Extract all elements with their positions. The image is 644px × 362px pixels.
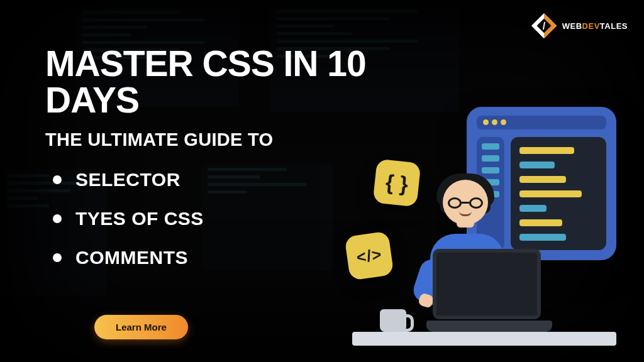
bullet-icon: [53, 253, 62, 262]
logo-wordmark: WEBDEVTALES: [562, 21, 628, 31]
feature-list: SELECTOR TYES OF CSS COMMENTS: [45, 169, 397, 268]
window-code-pane: [511, 137, 606, 250]
logo-text-dev: DEV: [582, 21, 600, 31]
list-item-label: SELECTOR: [75, 169, 180, 190]
svg-text:/: /: [543, 21, 546, 31]
page-subtitle: THE ULTIMATE GUIDE TO: [45, 129, 397, 150]
logo-text-web: WEB: [562, 21, 582, 31]
desk-surface: [352, 332, 616, 346]
list-item-label: TYES OF CSS: [75, 208, 204, 229]
hero-illustration: { } </>: [352, 107, 616, 346]
learn-more-button[interactable]: Learn More: [94, 315, 188, 339]
chip-glyph: </>: [355, 244, 384, 267]
laptop-icon: [426, 249, 552, 332]
list-item-label: COMMENTS: [75, 247, 188, 268]
logo-mark-icon: /: [530, 11, 558, 40]
logo-text-tales: TALES: [600, 21, 628, 31]
list-item: TYES OF CSS: [45, 208, 397, 229]
curly-braces-icon: { }: [373, 159, 421, 207]
page-title: MASTER CSS IN 10 DAYS: [45, 45, 397, 118]
code-tag-icon: </>: [344, 231, 394, 280]
chip-glyph: { }: [384, 170, 409, 197]
bullet-icon: [53, 214, 62, 223]
window-titlebar: [477, 116, 606, 129]
list-item: COMMENTS: [45, 247, 397, 268]
headline-block: MASTER CSS IN 10 DAYS THE ULTIMATE GUIDE…: [45, 45, 397, 286]
brand-logo: / WEBDEVTALES: [530, 11, 628, 40]
bullet-icon: [53, 175, 62, 184]
coffee-mug-icon: [380, 309, 406, 332]
list-item: SELECTOR: [45, 169, 397, 190]
